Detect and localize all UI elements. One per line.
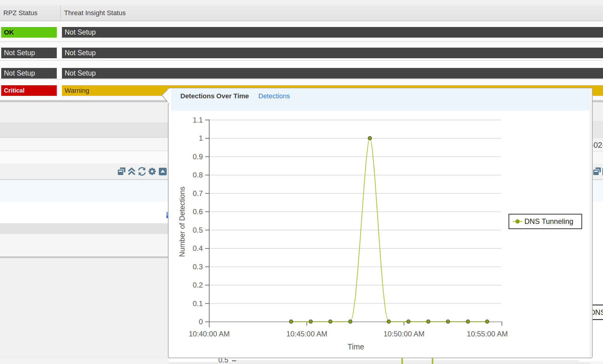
svg-text:0.2: 0.2 <box>193 281 203 289</box>
svg-text:10:55:00 AM: 10:55:00 AM <box>467 330 508 338</box>
svg-text:0.7: 0.7 <box>193 189 203 197</box>
svg-text:0.8: 0.8 <box>193 171 203 179</box>
svg-text:Time: Time <box>348 342 364 351</box>
svg-text:0.1: 0.1 <box>193 299 203 308</box>
svg-text:10:45:00 AM: 10:45:00 AM <box>286 330 327 338</box>
svg-text:1.1: 1.1 <box>193 116 203 124</box>
svg-text:10:40:00 AM: 10:40:00 AM <box>189 330 230 338</box>
svg-text:0: 0 <box>199 318 203 326</box>
svg-text:DNS Tunneling: DNS Tunneling <box>524 217 573 225</box>
svg-text:Number of Detections: Number of Detections <box>178 187 186 257</box>
svg-text:Detections Over Time: Detections Over Time <box>180 92 249 100</box>
svg-text:0.9: 0.9 <box>193 153 203 161</box>
svg-text:Detections: Detections <box>258 92 290 100</box>
svg-text:0.3: 0.3 <box>193 263 203 271</box>
svg-text:0.5: 0.5 <box>193 226 203 234</box>
svg-text:0.6: 0.6 <box>193 207 203 216</box>
svg-text:1: 1 <box>199 134 203 142</box>
svg-text:0.4: 0.4 <box>193 244 203 252</box>
svg-text:10:50:00 AM: 10:50:00 AM <box>383 330 424 338</box>
